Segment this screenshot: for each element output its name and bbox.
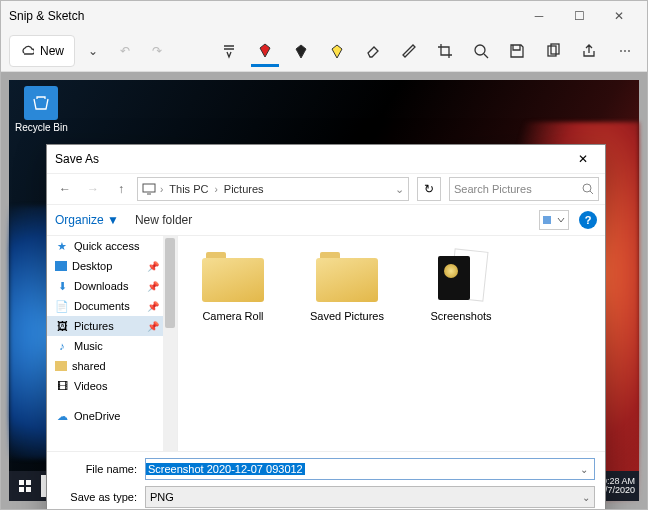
- dialog-titlebar: Save As ✕: [47, 145, 605, 173]
- pen-black-button[interactable]: [287, 37, 315, 65]
- tree-shared[interactable]: shared: [47, 356, 177, 376]
- canvas-area: Recycle Bin Typ 9:28 AM12/7/2020 Save As…: [1, 72, 647, 509]
- pin-icon: 📌: [147, 261, 159, 272]
- svg-rect-7: [143, 184, 155, 192]
- svg-point-0: [475, 45, 485, 55]
- svg-rect-9: [543, 216, 551, 224]
- savetype-label: Save as type:: [57, 491, 137, 503]
- new-label: New: [40, 44, 64, 58]
- download-icon: ⬇: [55, 279, 69, 293]
- ruler-button[interactable]: [395, 37, 423, 65]
- save-button[interactable]: [503, 37, 531, 65]
- pin-icon: 📌: [147, 281, 159, 292]
- eraser-button[interactable]: [359, 37, 387, 65]
- nav-tree: ★Quick access Desktop📌 ⬇Downloads📌 📄Docu…: [47, 236, 178, 451]
- app-toolbar: New ⌄ ↶ ↷ ⋯: [1, 31, 647, 72]
- pictures-icon: 🖼: [55, 319, 69, 333]
- folder-saved-pictures[interactable]: Saved Pictures: [302, 250, 392, 322]
- close-window-button[interactable]: ✕: [599, 1, 639, 31]
- cloud-icon: [20, 44, 34, 58]
- chevron-down-icon: ⌄: [582, 492, 590, 503]
- tree-scrollbar[interactable]: [163, 236, 177, 451]
- dialog-title: Save As: [55, 152, 569, 166]
- nav-forward-button[interactable]: →: [81, 177, 105, 201]
- savetype-select[interactable]: PNG ⌄: [145, 486, 595, 508]
- search-icon: [582, 183, 594, 195]
- new-chevron-button[interactable]: ⌄: [79, 37, 107, 65]
- tree-downloads[interactable]: ⬇Downloads📌: [47, 276, 177, 296]
- pen-red-button[interactable]: [251, 36, 279, 67]
- save-as-dialog: Save As ✕ ← → ↑ › This PC › Pictures ⌄ ↻…: [46, 144, 606, 509]
- new-folder-button[interactable]: New folder: [135, 213, 192, 227]
- folder-camera-roll[interactable]: Camera Roll: [188, 250, 278, 322]
- document-icon: 📄: [55, 299, 69, 313]
- pin-icon: 📌: [147, 301, 159, 312]
- monitor-icon: [142, 182, 156, 196]
- dialog-bottom: File name: Screenshot 2020-12-07 093012 …: [47, 451, 605, 509]
- zoom-button[interactable]: [467, 37, 495, 65]
- svg-rect-4: [26, 480, 31, 485]
- minimize-button[interactable]: ─: [519, 1, 559, 31]
- more-button[interactable]: ⋯: [611, 37, 639, 65]
- tree-onedrive[interactable]: ☁OneDrive: [47, 406, 177, 426]
- view-options-button[interactable]: [539, 210, 569, 230]
- organize-button[interactable]: Organize ▼: [55, 213, 119, 227]
- maximize-button[interactable]: ☐: [559, 1, 599, 31]
- start-button: [9, 471, 41, 501]
- tree-pictures[interactable]: 🖼Pictures📌: [47, 316, 177, 336]
- highlighter-button[interactable]: [323, 37, 351, 65]
- svg-rect-5: [19, 487, 24, 492]
- new-snip-button[interactable]: New: [9, 35, 75, 67]
- music-icon: ♪: [55, 339, 69, 353]
- undo-button[interactable]: ↶: [111, 37, 139, 65]
- redo-button[interactable]: ↷: [143, 37, 171, 65]
- star-icon: ★: [55, 239, 69, 253]
- address-bar[interactable]: › This PC › Pictures ⌄: [137, 177, 409, 201]
- search-input[interactable]: Search Pictures: [449, 177, 599, 201]
- desktop-icon: [55, 261, 67, 271]
- filename-label: File name:: [57, 463, 137, 475]
- pin-icon: 📌: [147, 321, 159, 332]
- dialog-nav-row: ← → ↑ › This PC › Pictures ⌄ ↻ Search Pi…: [47, 173, 605, 205]
- svg-rect-3: [19, 480, 24, 485]
- refresh-button[interactable]: ↻: [417, 177, 441, 201]
- nav-back-button[interactable]: ←: [53, 177, 77, 201]
- nav-up-button[interactable]: ↑: [109, 177, 133, 201]
- tree-music[interactable]: ♪Music: [47, 336, 177, 356]
- crop-button[interactable]: [431, 37, 459, 65]
- dialog-action-row: Organize ▼ New folder ?: [47, 205, 605, 236]
- tree-quick-access[interactable]: ★Quick access: [47, 236, 177, 256]
- folder-screenshots[interactable]: Screenshots: [416, 250, 506, 322]
- svg-point-8: [583, 184, 591, 192]
- copy-button[interactable]: [539, 37, 567, 65]
- folder-icon: [55, 361, 67, 371]
- app-titlebar: Snip & Sketch ─ ☐ ✕: [1, 1, 647, 31]
- chevron-down-icon[interactable]: ⌄: [574, 464, 594, 475]
- file-list[interactable]: Camera Roll Saved Pictures Screenshots: [178, 236, 605, 451]
- tree-videos[interactable]: 🎞Videos: [47, 376, 177, 396]
- share-button[interactable]: [575, 37, 603, 65]
- tree-documents[interactable]: 📄Documents📌: [47, 296, 177, 316]
- dialog-close-button[interactable]: ✕: [569, 145, 597, 173]
- help-button[interactable]: ?: [579, 211, 597, 229]
- recycle-bin-icon: Recycle Bin: [15, 86, 68, 133]
- app-title: Snip & Sketch: [9, 9, 519, 23]
- svg-rect-6: [26, 487, 31, 492]
- touch-writing-button[interactable]: [215, 37, 243, 65]
- filename-input[interactable]: Screenshot 2020-12-07 093012 ⌄: [145, 458, 595, 480]
- cloud-icon: ☁: [55, 409, 69, 423]
- video-icon: 🎞: [55, 379, 69, 393]
- tree-desktop[interactable]: Desktop📌: [47, 256, 177, 276]
